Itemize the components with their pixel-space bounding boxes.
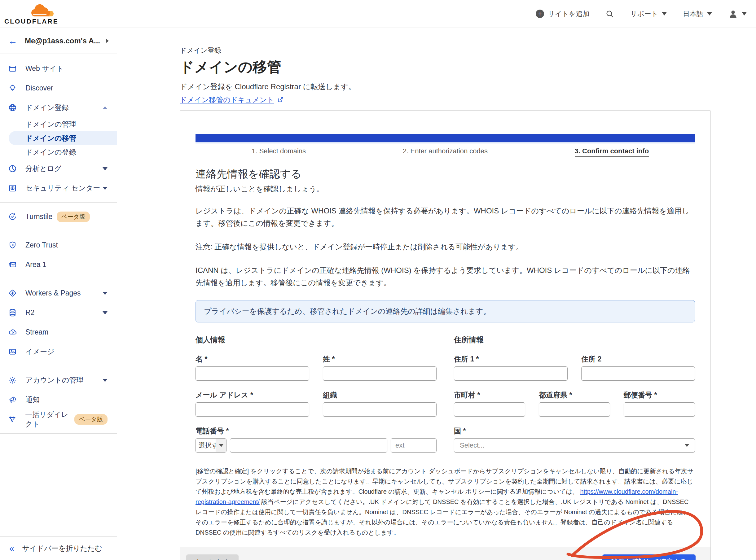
sidebar-item-stream[interactable]: Stream [0, 322, 117, 342]
sidebar-subitem-register-domains[interactable]: ドメインの登録 [0, 145, 117, 159]
sidebar-item-label: Turnstile [25, 213, 52, 221]
phone-number-input[interactable] [230, 438, 387, 453]
sidebar-item-workers-pages[interactable]: Workers & Pages [0, 283, 117, 303]
sidebar-item-discover[interactable]: Discover [0, 78, 117, 98]
add-site-button[interactable]: + サイトを追加 [536, 9, 589, 19]
sidebar-item-label: 一括リダイレクト [25, 410, 70, 429]
country-select[interactable]: Select... [454, 438, 695, 453]
city-input[interactable] [454, 402, 525, 417]
sidebar-item-notifications[interactable]: 通知 [0, 390, 117, 409]
beta-badge: ベータ版 [74, 414, 107, 425]
sidebar-item-label: Workers & Pages [25, 289, 81, 297]
sidebar-item-turnstile[interactable]: Turnstile ベータ版 [0, 207, 117, 226]
personal-info-heading: 個人情報 [196, 335, 225, 345]
cancel-button[interactable]: キャンセル [186, 555, 239, 560]
transfer-docs-link[interactable]: ドメイン移管のドキュメント [180, 95, 756, 105]
step-select-domains: 1. Select domains [196, 147, 362, 155]
sidebar-item-analytics[interactable]: 分析とログ [0, 159, 117, 178]
chevron-down-icon [707, 12, 712, 16]
city-label: 市町村 * [454, 391, 525, 399]
last-name-input[interactable] [323, 366, 437, 381]
sidebar-item-r2[interactable]: R2 [0, 303, 117, 322]
back-arrow-icon[interactable]: ← [8, 36, 17, 45]
prefecture-label: 都道府県 * [539, 391, 610, 399]
turnstile-check-icon [8, 213, 17, 221]
divider [489, 340, 695, 340]
vault-icon [8, 184, 17, 192]
breadcrumb: ドメイン登録 [180, 46, 756, 55]
sidebar-subitem-transfer-domains[interactable]: ドメインの移管 [9, 131, 117, 145]
confirm-transfer-button[interactable]: 移管を確認して確定する [602, 555, 696, 560]
sidebar-item-label: アカウントの管理 [25, 375, 83, 385]
cloudflare-cloud-icon [27, 3, 62, 18]
sidebar-item-websites[interactable]: Web サイト [0, 59, 117, 78]
browser-window-icon [8, 64, 17, 73]
chevron-down-icon [103, 167, 107, 171]
address2-input[interactable] [581, 366, 695, 381]
sidebar-item-domain-registration[interactable]: ドメイン登録 [0, 98, 117, 117]
chevron-down-icon [685, 444, 689, 447]
chevron-down-icon [103, 379, 107, 382]
page-title: ドメインの移管 [180, 58, 756, 76]
sidebar-item-label: 通知 [25, 395, 40, 404]
account-switcher[interactable]: ← Me@p1ass.com's A... [0, 28, 117, 54]
analytics-pie-icon [8, 164, 17, 173]
postal-code-input[interactable] [624, 402, 695, 417]
sidebar-item-bulk-redirects[interactable]: 一括リダイレクト ベータ版 [0, 409, 117, 429]
gear-icon [8, 376, 17, 384]
sidebar-item-label: Stream [25, 328, 48, 336]
sidebar-item-manage-account[interactable]: アカウントの管理 [0, 371, 117, 390]
plus-icon: + [536, 9, 544, 18]
privacy-banner: プライバシーを保護するため、移管されたドメインの連絡先の詳細は編集されます。 [196, 300, 695, 322]
sidebar-item-label: ドメイン登録 [25, 103, 69, 113]
sidebar-item-label: ドメインの登録 [25, 147, 76, 157]
section-subheading: 情報が正しいことを確認しましょう。 [196, 184, 695, 194]
sidebar-item-images[interactable]: イメージ [0, 342, 117, 361]
address1-input[interactable] [454, 366, 568, 381]
sidebar-item-security-center[interactable]: セキュリティ センター [0, 178, 117, 198]
funnel-icon [8, 415, 16, 423]
account-name: Me@p1ass.com's A... [25, 37, 100, 45]
collapse-sidebar-button[interactable]: « サイドバーを折りたたむ [0, 537, 117, 560]
page-subtitle: ドメイン登録を Cloudflare Registrar に転送します。 [180, 82, 756, 92]
sidebar-item-label: ドメインの移管 [25, 134, 76, 143]
organization-input[interactable] [323, 402, 437, 417]
sidebar-item-label: ドメインの管理 [25, 120, 76, 129]
sidebar-item-label: Zero Trust [25, 241, 58, 249]
phone-ext-input[interactable] [391, 438, 437, 453]
cloudflare-logo[interactable]: CLOUDFLARE [0, 3, 117, 24]
main-content: ドメイン登録 ドメインの移管 ドメイン登録を Cloudflare Regist… [117, 28, 756, 560]
icann-paragraph: ICANN は、レジストラにドメインの正確な連絡先情報 (WHOIS) を保持す… [196, 264, 691, 289]
sidebar-item-label: Discover [25, 84, 53, 92]
megaphone-icon [8, 396, 17, 404]
language-label: 日本語 [683, 9, 703, 19]
chevron-down-icon [216, 439, 226, 452]
beta-badge: ベータ版 [57, 212, 90, 222]
chevron-down-icon [103, 292, 107, 295]
divider [0, 433, 117, 434]
progress-bar [196, 134, 695, 142]
sidebar-item-area1[interactable]: Area 1 [0, 255, 117, 275]
postal-code-label: 郵便番号 * [624, 391, 695, 399]
sidebar-subitem-manage-domains[interactable]: ドメインの管理 [0, 117, 117, 131]
sidebar-item-zero-trust[interactable]: Zero Trust [0, 235, 117, 255]
first-name-input[interactable] [196, 366, 309, 381]
database-icon [8, 308, 17, 317]
app-window: CLOUDFLARE + サイトを追加 サポート 日本語 [0, 0, 756, 560]
support-menu[interactable]: サポート [630, 9, 667, 19]
account-menu[interactable] [728, 9, 747, 19]
sidebar-item-label: R2 [25, 308, 34, 317]
email-input[interactable] [196, 402, 309, 417]
step-confirm-contact-info: 3. Confirm contact info [529, 147, 695, 155]
address1-label: 住所 1 * [454, 355, 568, 363]
chevron-right-icon [106, 39, 109, 43]
phone-country-code-select[interactable]: 選択す. [196, 438, 226, 453]
sidebar-item-label: イメージ [25, 347, 55, 357]
search-button[interactable] [605, 9, 614, 18]
language-menu[interactable]: 日本語 [683, 9, 712, 19]
step-enter-auth-codes: 2. Enter authorization codes [362, 147, 528, 155]
last-name-label: 姓 * [323, 355, 437, 363]
user-icon [728, 9, 738, 19]
email-label: メール アドレス * [196, 391, 309, 399]
prefecture-input[interactable] [539, 402, 610, 417]
